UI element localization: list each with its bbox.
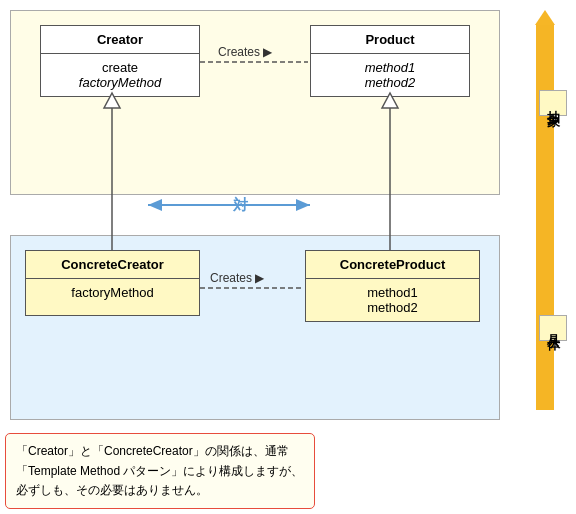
main-container: Creator create factoryMethod Product met… [0, 0, 576, 514]
creator-method1: create [51, 60, 189, 75]
concrete-product-class: ConcreteProduct method1 method2 [305, 250, 480, 322]
concrete-product-class-name: ConcreteProduct [306, 251, 479, 279]
concrete-product-class-body: method1 method2 [306, 279, 479, 321]
tai-label: 対 [175, 196, 305, 215]
note-box: 「Creator」と「ConcreteCreator」の関係は、通常「Templ… [5, 433, 315, 509]
abstract-label-text: 抽象 [539, 90, 567, 116]
creator-class-body: create factoryMethod [41, 54, 199, 96]
concrete-product-method2: method2 [316, 300, 469, 315]
abstract-side-label: 抽象 [538, 15, 568, 190]
concrete-creator-method1: factoryMethod [36, 285, 189, 300]
concrete-side-label: 具体 [538, 240, 568, 415]
product-method1: method1 [321, 60, 459, 75]
concrete-creator-class-name: ConcreteCreator [26, 251, 199, 279]
svg-marker-9 [148, 199, 162, 211]
creator-class: Creator create factoryMethod [40, 25, 200, 97]
creator-method2: factoryMethod [51, 75, 189, 90]
note-text: 「Creator」と「ConcreteCreator」の関係は、通常「Templ… [16, 444, 303, 496]
concrete-label-text: 具体 [539, 315, 567, 341]
concrete-creator-class: ConcreteCreator factoryMethod [25, 250, 200, 316]
concrete-product-method1: method1 [316, 285, 469, 300]
product-method2: method2 [321, 75, 459, 90]
concrete-creator-class-body: factoryMethod [26, 279, 199, 315]
creator-class-name: Creator [41, 26, 199, 54]
product-class: Product method1 method2 [310, 25, 470, 97]
product-class-name: Product [311, 26, 469, 54]
product-class-body: method1 method2 [311, 54, 469, 96]
